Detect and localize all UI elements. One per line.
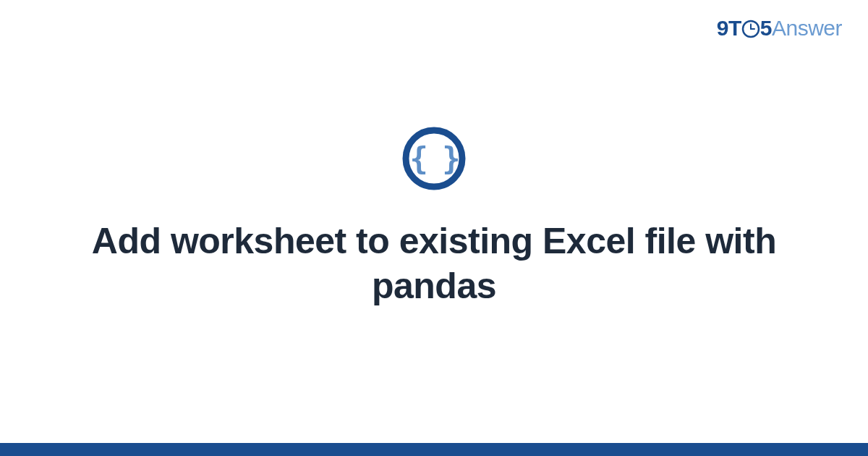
clock-icon (741, 20, 760, 38)
brand-answer: Answer (772, 16, 842, 41)
bottom-bar (0, 443, 868, 456)
svg-text:{ }: { } (410, 140, 459, 176)
brand-five: 5 (760, 16, 772, 41)
main-content: { } Add worksheet to existing Excel file… (0, 0, 868, 456)
brand-nine: 9 (717, 16, 728, 41)
brand-logo: 9 T 5 Answer (717, 16, 842, 41)
code-braces-icon: { } (401, 126, 467, 191)
brand-t: T (728, 16, 741, 41)
page-title: Add worksheet to existing Excel file wit… (72, 219, 796, 309)
